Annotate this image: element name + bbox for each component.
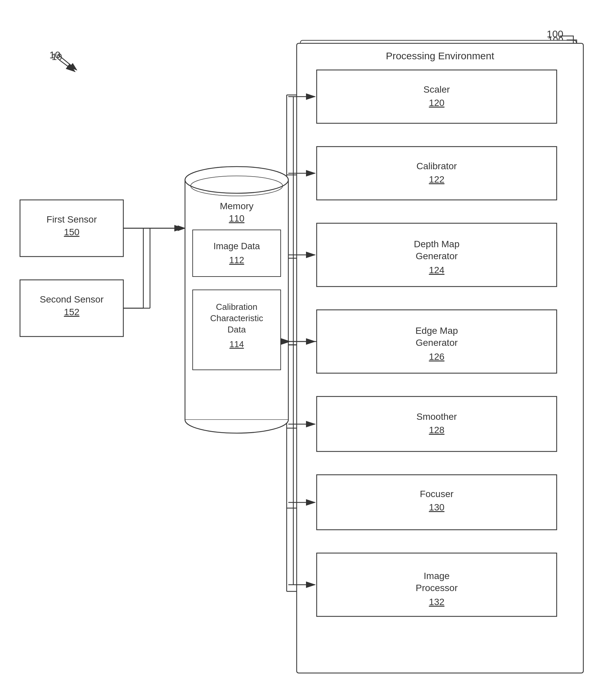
focuser-box: Focuser 130: [320, 480, 557, 536]
label-10: 10: [52, 52, 62, 62]
proc-env-label: Processing Environment: [301, 47, 576, 58]
smoother-ref: 128: [431, 428, 446, 440]
image-processor-label: ImageProcessor: [417, 573, 459, 597]
edge-map-box: Edge MapGenerator 126: [320, 313, 557, 376]
svg-text:Image Data: Image Data: [214, 235, 259, 245]
first-sensor-label: First Sensor: [47, 216, 97, 228]
svg-rect-3: [187, 180, 287, 413]
calibrator-ref: 122: [431, 175, 446, 187]
first-sensor-box: First Sensor 150: [20, 200, 123, 257]
svg-text:114: 114: [229, 327, 244, 337]
depth-map-label: Depth MapGenerator: [416, 240, 461, 264]
smoother-label: Smoother: [418, 416, 458, 428]
svg-text:110: 110: [229, 210, 245, 220]
svg-text:Memory: Memory: [220, 198, 253, 209]
first-sensor-ref: 150: [64, 228, 80, 240]
svg-point-4: [187, 167, 287, 192]
depth-map-ref: 124: [431, 264, 446, 276]
image-processor-box: ImageProcessor 132: [320, 560, 557, 623]
smoother-box: Smoother 128: [320, 400, 557, 457]
edge-map-ref: 126: [431, 351, 446, 363]
diagram: 10 100 Processing Environment First Sens…: [0, 0, 615, 700]
second-sensor-ref: 152: [64, 308, 80, 320]
scaler-ref: 120: [431, 95, 446, 107]
scaler-box: Scaler 120: [320, 67, 557, 123]
second-sensor-box: Second Sensor 152: [20, 280, 123, 337]
depth-map-box: Depth MapGenerator 124: [320, 227, 557, 290]
svg-rect-12: [195, 283, 278, 350]
focuser-ref: 130: [431, 508, 446, 520]
svg-text:Data: Data: [227, 314, 246, 324]
svg-point-5: [187, 400, 287, 426]
svg-text:Characteristic: Characteristic: [210, 303, 263, 313]
svg-text:Calibration: Calibration: [216, 292, 257, 302]
scaler-label: Scaler: [425, 83, 451, 95]
calibrator-box: Calibrator 122: [320, 147, 557, 203]
second-sensor-label: Second Sensor: [40, 296, 103, 308]
svg-point-6: [193, 176, 280, 194]
svg-text:112: 112: [229, 248, 244, 258]
focuser-label: Focuser: [421, 496, 455, 508]
svg-rect-9: [195, 227, 278, 270]
edge-map-label: Edge MapGenerator: [417, 326, 460, 351]
image-processor-ref: 132: [431, 597, 446, 609]
calibrator-label: Calibrator: [418, 163, 458, 175]
